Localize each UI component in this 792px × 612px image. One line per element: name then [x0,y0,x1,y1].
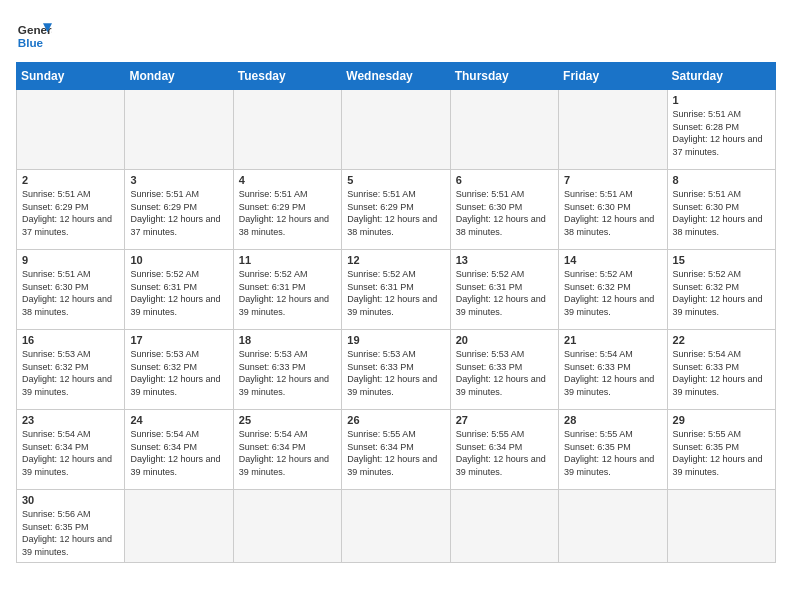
day-number: 9 [22,254,119,266]
calendar-cell [559,490,667,563]
calendar-cell: 11Sunrise: 5:52 AM Sunset: 6:31 PM Dayli… [233,250,341,330]
cell-info: Sunrise: 5:53 AM Sunset: 6:33 PM Dayligh… [347,348,444,398]
cell-info: Sunrise: 5:52 AM Sunset: 6:31 PM Dayligh… [130,268,227,318]
calendar-cell [125,490,233,563]
day-number: 12 [347,254,444,266]
calendar-cell: 8Sunrise: 5:51 AM Sunset: 6:30 PM Daylig… [667,170,775,250]
cell-info: Sunrise: 5:53 AM Sunset: 6:32 PM Dayligh… [130,348,227,398]
calendar-cell: 26Sunrise: 5:55 AM Sunset: 6:34 PM Dayli… [342,410,450,490]
calendar-cell: 1Sunrise: 5:51 AM Sunset: 6:28 PM Daylig… [667,90,775,170]
cell-info: Sunrise: 5:51 AM Sunset: 6:30 PM Dayligh… [22,268,119,318]
day-number: 26 [347,414,444,426]
cell-info: Sunrise: 5:52 AM Sunset: 6:32 PM Dayligh… [673,268,770,318]
cell-info: Sunrise: 5:53 AM Sunset: 6:33 PM Dayligh… [456,348,553,398]
cell-info: Sunrise: 5:51 AM Sunset: 6:30 PM Dayligh… [456,188,553,238]
cell-info: Sunrise: 5:53 AM Sunset: 6:32 PM Dayligh… [22,348,119,398]
cell-info: Sunrise: 5:53 AM Sunset: 6:33 PM Dayligh… [239,348,336,398]
calendar-cell: 25Sunrise: 5:54 AM Sunset: 6:34 PM Dayli… [233,410,341,490]
day-number: 7 [564,174,661,186]
calendar-cell: 17Sunrise: 5:53 AM Sunset: 6:32 PM Dayli… [125,330,233,410]
cell-info: Sunrise: 5:51 AM Sunset: 6:30 PM Dayligh… [673,188,770,238]
day-of-week-header: Saturday [667,63,775,90]
day-number: 14 [564,254,661,266]
cell-info: Sunrise: 5:56 AM Sunset: 6:35 PM Dayligh… [22,508,119,558]
cell-info: Sunrise: 5:51 AM Sunset: 6:29 PM Dayligh… [130,188,227,238]
day-number: 18 [239,334,336,346]
day-number: 5 [347,174,444,186]
cell-info: Sunrise: 5:51 AM Sunset: 6:29 PM Dayligh… [347,188,444,238]
calendar-cell: 10Sunrise: 5:52 AM Sunset: 6:31 PM Dayli… [125,250,233,330]
calendar-cell: 18Sunrise: 5:53 AM Sunset: 6:33 PM Dayli… [233,330,341,410]
calendar-cell [233,490,341,563]
day-number: 22 [673,334,770,346]
logo: General Blue [16,16,52,52]
day-number: 6 [456,174,553,186]
cell-info: Sunrise: 5:54 AM Sunset: 6:34 PM Dayligh… [130,428,227,478]
cell-info: Sunrise: 5:52 AM Sunset: 6:31 PM Dayligh… [456,268,553,318]
cell-info: Sunrise: 5:54 AM Sunset: 6:34 PM Dayligh… [22,428,119,478]
calendar-cell [233,90,341,170]
calendar-cell: 19Sunrise: 5:53 AM Sunset: 6:33 PM Dayli… [342,330,450,410]
calendar-table: SundayMondayTuesdayWednesdayThursdayFrid… [16,62,776,563]
calendar-cell [342,90,450,170]
cell-info: Sunrise: 5:55 AM Sunset: 6:34 PM Dayligh… [347,428,444,478]
day-number: 28 [564,414,661,426]
day-number: 15 [673,254,770,266]
calendar-cell: 2Sunrise: 5:51 AM Sunset: 6:29 PM Daylig… [17,170,125,250]
cell-info: Sunrise: 5:52 AM Sunset: 6:31 PM Dayligh… [239,268,336,318]
day-number: 23 [22,414,119,426]
day-number: 4 [239,174,336,186]
calendar-cell: 22Sunrise: 5:54 AM Sunset: 6:33 PM Dayli… [667,330,775,410]
calendar-cell: 24Sunrise: 5:54 AM Sunset: 6:34 PM Dayli… [125,410,233,490]
calendar-cell: 23Sunrise: 5:54 AM Sunset: 6:34 PM Dayli… [17,410,125,490]
day-number: 17 [130,334,227,346]
svg-text:Blue: Blue [18,36,44,49]
calendar-cell: 4Sunrise: 5:51 AM Sunset: 6:29 PM Daylig… [233,170,341,250]
cell-info: Sunrise: 5:52 AM Sunset: 6:32 PM Dayligh… [564,268,661,318]
day-number: 13 [456,254,553,266]
calendar-cell [450,490,558,563]
calendar-cell: 16Sunrise: 5:53 AM Sunset: 6:32 PM Dayli… [17,330,125,410]
cell-info: Sunrise: 5:54 AM Sunset: 6:33 PM Dayligh… [673,348,770,398]
cell-info: Sunrise: 5:51 AM Sunset: 6:29 PM Dayligh… [239,188,336,238]
cell-info: Sunrise: 5:51 AM Sunset: 6:30 PM Dayligh… [564,188,661,238]
cell-info: Sunrise: 5:55 AM Sunset: 6:34 PM Dayligh… [456,428,553,478]
logo-icon: General Blue [16,16,52,52]
day-number: 16 [22,334,119,346]
calendar-cell: 14Sunrise: 5:52 AM Sunset: 6:32 PM Dayli… [559,250,667,330]
cell-info: Sunrise: 5:54 AM Sunset: 6:33 PM Dayligh… [564,348,661,398]
calendar-cell [667,490,775,563]
cell-info: Sunrise: 5:55 AM Sunset: 6:35 PM Dayligh… [673,428,770,478]
cell-info: Sunrise: 5:52 AM Sunset: 6:31 PM Dayligh… [347,268,444,318]
calendar-cell: 29Sunrise: 5:55 AM Sunset: 6:35 PM Dayli… [667,410,775,490]
calendar-cell: 28Sunrise: 5:55 AM Sunset: 6:35 PM Dayli… [559,410,667,490]
day-of-week-header: Tuesday [233,63,341,90]
day-number: 3 [130,174,227,186]
day-number: 29 [673,414,770,426]
calendar-cell: 15Sunrise: 5:52 AM Sunset: 6:32 PM Dayli… [667,250,775,330]
day-number: 20 [456,334,553,346]
day-number: 11 [239,254,336,266]
cell-info: Sunrise: 5:54 AM Sunset: 6:34 PM Dayligh… [239,428,336,478]
day-number: 24 [130,414,227,426]
calendar-cell: 30Sunrise: 5:56 AM Sunset: 6:35 PM Dayli… [17,490,125,563]
calendar-cell [450,90,558,170]
calendar-cell: 13Sunrise: 5:52 AM Sunset: 6:31 PM Dayli… [450,250,558,330]
day-number: 19 [347,334,444,346]
cell-info: Sunrise: 5:55 AM Sunset: 6:35 PM Dayligh… [564,428,661,478]
calendar-header: General Blue [16,16,776,52]
calendar-cell [342,490,450,563]
day-of-week-header: Monday [125,63,233,90]
day-number: 8 [673,174,770,186]
cell-info: Sunrise: 5:51 AM Sunset: 6:29 PM Dayligh… [22,188,119,238]
calendar-cell: 20Sunrise: 5:53 AM Sunset: 6:33 PM Dayli… [450,330,558,410]
calendar-cell: 12Sunrise: 5:52 AM Sunset: 6:31 PM Dayli… [342,250,450,330]
calendar-cell: 3Sunrise: 5:51 AM Sunset: 6:29 PM Daylig… [125,170,233,250]
day-number: 1 [673,94,770,106]
calendar-cell: 6Sunrise: 5:51 AM Sunset: 6:30 PM Daylig… [450,170,558,250]
day-number: 2 [22,174,119,186]
cell-info: Sunrise: 5:51 AM Sunset: 6:28 PM Dayligh… [673,108,770,158]
calendar-cell: 27Sunrise: 5:55 AM Sunset: 6:34 PM Dayli… [450,410,558,490]
calendar-cell: 9Sunrise: 5:51 AM Sunset: 6:30 PM Daylig… [17,250,125,330]
calendar-cell [17,90,125,170]
